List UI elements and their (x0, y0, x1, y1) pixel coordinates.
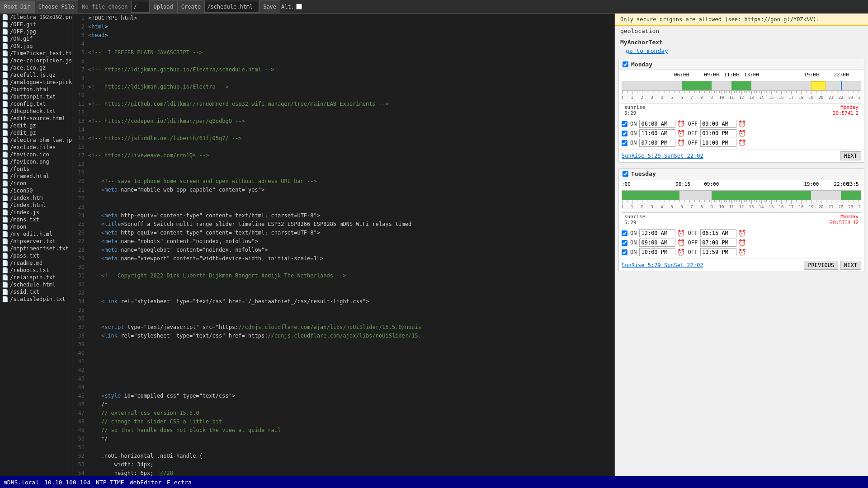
tue-row1-on-input[interactable] (639, 229, 675, 237)
monday-sunrise-link[interactable]: SunRise 5:29 SunSet 22:02 (622, 153, 703, 159)
sidebar-file-item[interactable]: 📄/my_edit.html (0, 230, 72, 238)
tue-row1-checkbox[interactable] (622, 230, 627, 236)
tue-row3-checkbox[interactable] (622, 249, 627, 255)
sidebar-file-item[interactable]: 📄/OFF.jpg (0, 28, 72, 35)
sidebar-file-item[interactable]: 📄/ntptimeoffset.txt (0, 245, 72, 252)
sidebar-file-item[interactable]: 📄/ON.jpg (0, 42, 72, 50)
sidebar-file-item[interactable]: 📄/relaispin.txt (0, 274, 72, 281)
tue-row2-off-input[interactable] (700, 239, 736, 247)
upload-button[interactable]: Upload (149, 0, 177, 13)
sidebar-file-item[interactable]: 📄/fonts (0, 165, 72, 173)
tue-label-3: 19:00 (804, 181, 819, 187)
tue-row2-on-input[interactable] (639, 239, 675, 247)
mon-row2-checkbox[interactable] (622, 131, 627, 136)
monday-checkbox[interactable] (623, 61, 628, 67)
sidebar-file-item[interactable]: 📄/electra_ohm_law.jpg (0, 136, 72, 144)
sidebar-file-item[interactable]: 📄/icon50 (0, 187, 72, 194)
mon-row3-on-input[interactable] (639, 139, 675, 147)
sidebar-file-item[interactable]: 📄/config.txt (0, 100, 72, 108)
file-icon: 📄 (2, 216, 9, 223)
sidebar-file-item[interactable]: 📄/moon (0, 223, 72, 230)
tue-row2-off-clock[interactable]: ⏰ (738, 239, 746, 246)
sidebar-file-item[interactable]: 📄/index.js (0, 209, 72, 216)
sidebar-file-item[interactable]: 📄/ON.gif (0, 35, 72, 42)
webeditor-link[interactable]: WebEditor (130, 479, 161, 486)
choose-file-label[interactable]: Choose File (34, 0, 78, 13)
sidebar-file-item[interactable]: 📄/acefull.js.gz (0, 71, 72, 79)
create-button[interactable]: Create (177, 0, 205, 13)
ntp-link[interactable]: NTP TIME (96, 479, 124, 486)
sidebar-file-item[interactable]: 📄/dhcpcheck.txt (0, 108, 72, 115)
root-dir-button[interactable]: Root Dir (0, 0, 34, 13)
tuesday-sunrise-link[interactable]: SunRise 5:29 SunSet 22:02 (622, 262, 703, 268)
sidebar-file-item[interactable]: 📄/pass.txt (0, 252, 72, 259)
sidebar-file-item[interactable]: 📄/icon (0, 180, 72, 187)
sidebar-file-item[interactable]: 📄/mdns.txt (0, 216, 72, 223)
mon-row1-on-clock[interactable]: ⏰ (677, 120, 685, 127)
tue-row3-on-input[interactable] (639, 248, 675, 256)
tue-row2-checkbox[interactable] (622, 240, 627, 246)
sidebar-file-item[interactable]: 📄/schedule.html (0, 281, 72, 288)
tuesday-next-button[interactable]: NEXT (840, 261, 861, 270)
sidebar-file-item[interactable]: 📄/index.html (0, 202, 72, 209)
sidebar-file-item[interactable]: 📄/exclude.files (0, 144, 72, 151)
mon-row1-off-clock[interactable]: ⏰ (738, 120, 746, 127)
sidebar-file-item[interactable]: 📄/ntpserver.txt (0, 238, 72, 245)
sidebar-file-item[interactable]: 📄/analogue-time-picker.js (0, 79, 72, 86)
tue-row2-on-clock[interactable]: ⏰ (677, 239, 685, 246)
sidebar-file-item[interactable]: 📄/reboots.txt (0, 267, 72, 274)
sidebar-file-item[interactable]: 📄/statusledpin.txt (0, 296, 72, 303)
ip-link[interactable]: 10.10.100.104 (44, 479, 90, 486)
sidebar-file-item[interactable]: 📄/favicon.png (0, 158, 72, 165)
sidebar-file-item[interactable]: 📄/index.htm (0, 194, 72, 202)
tuesday-prev-button[interactable]: PREVIOUS (804, 261, 838, 270)
sidebar-file-item[interactable]: 📄/framed.html (0, 173, 72, 180)
tuesday-checkbox[interactable] (623, 171, 628, 177)
sidebar-file-item[interactable]: 📄/favicon.ico (0, 151, 72, 158)
sidebar-file-item[interactable]: 📄/readme.md (0, 259, 72, 267)
tue-row3-on-clock[interactable]: ⏰ (677, 249, 685, 256)
mon-row3-off-clock[interactable]: ⏰ (738, 139, 746, 146)
sidebar-file-item[interactable]: 📄/ssid.txt (0, 288, 72, 296)
mon-row3-on-clock[interactable]: ⏰ (677, 139, 685, 146)
monday-slider-track[interactable] (622, 81, 861, 91)
mon-row2-on-clock[interactable]: ⏰ (677, 130, 685, 137)
mon-row1-checkbox[interactable] (622, 121, 627, 127)
path-input[interactable] (131, 1, 149, 13)
sidebar-file-item[interactable]: 📄/OFF.gif (0, 21, 72, 28)
electra-link[interactable]: Electra (167, 479, 192, 486)
mon-row2-off-clock[interactable]: ⏰ (738, 130, 746, 137)
sidebar-file-item[interactable]: 📄/buttonpin.txt (0, 93, 72, 100)
sidebar-file-item[interactable]: 📄/ace.ico.gz (0, 64, 72, 71)
mon-row2-on-input[interactable] (639, 129, 675, 137)
editor-pane[interactable]: 1<!DOCTYPE html>2<html>3<head>45<!-- I P… (72, 14, 615, 476)
file-icon: 📄 (2, 188, 9, 194)
sidebar-file-item[interactable]: 📄/ace-colorpicker.js (0, 57, 72, 64)
tue-row3-off-input[interactable] (700, 248, 736, 256)
mdns-link[interactable]: mDNS.local (4, 479, 39, 486)
mon-row3-off-input[interactable] (700, 139, 736, 147)
file-icon: 📄 (2, 101, 9, 107)
tue-row1-off-clock[interactable]: ⏰ (738, 230, 746, 237)
mon-row1-off-input[interactable] (700, 120, 736, 128)
sidebar-file-item[interactable]: 📄/edit-source.html (0, 115, 72, 122)
mon-row2-off-input[interactable] (700, 129, 736, 137)
monday-slider-handle[interactable] (841, 81, 842, 90)
filename-input[interactable] (205, 1, 259, 13)
anchor-link[interactable]: go to monday (626, 47, 668, 54)
alt-checkbox[interactable] (296, 4, 302, 9)
save-button[interactable]: Save (259, 0, 280, 13)
sidebar-file-item[interactable]: 📄/button.html (0, 86, 72, 93)
tue-row1-off-input[interactable] (700, 229, 736, 237)
sidebar-file-item[interactable]: 📄/edit.gz (0, 122, 72, 129)
tuesday-slider-track[interactable] (622, 190, 861, 200)
mon-row1-on-input[interactable] (639, 120, 675, 128)
tue-row1-on-clock[interactable]: ⏰ (677, 230, 685, 237)
mon-row3-checkbox[interactable] (622, 140, 627, 146)
monday-section: Monday 06:00 09:00 11:00 13:00 19:00 22:… (618, 59, 864, 163)
tue-row3-off-clock[interactable]: ⏰ (738, 249, 746, 256)
monday-next-button[interactable]: NEXT (840, 151, 861, 160)
sidebar-file-item[interactable]: 📄/TimePicker_test.html (0, 50, 72, 57)
sidebar-file-item[interactable]: 📄/edit_gz (0, 129, 72, 136)
sidebar-file-item[interactable]: 📄/Electra_192x192.png (0, 14, 72, 21)
